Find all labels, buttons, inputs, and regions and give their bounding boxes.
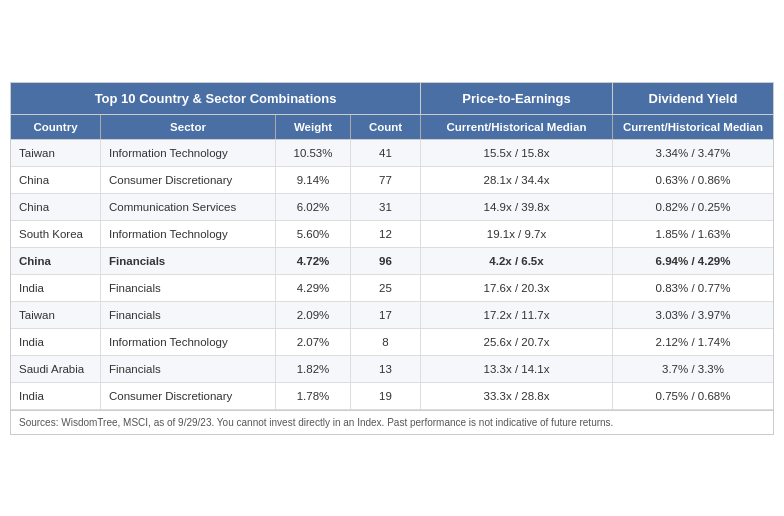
cell-count: 41: [351, 140, 421, 166]
cell-pe: 15.5x / 15.8x: [421, 140, 613, 166]
cell-pe: 19.1x / 9.7x: [421, 221, 613, 247]
cell-dy: 3.34% / 3.47%: [613, 140, 773, 166]
pe-header: Price-to-Earnings: [421, 83, 613, 114]
cell-country: Taiwan: [11, 140, 101, 166]
cell-count: 77: [351, 167, 421, 193]
country-col-header: Country: [11, 115, 101, 139]
cell-dy: 0.82% / 0.25%: [613, 194, 773, 220]
cell-count: 13: [351, 356, 421, 382]
cell-sector: Financials: [101, 302, 276, 328]
table-body: Taiwan Information Technology 10.53% 41 …: [11, 140, 773, 410]
cell-pe: 13.3x / 14.1x: [421, 356, 613, 382]
cell-count: 31: [351, 194, 421, 220]
table-row: China Financials 4.72% 96 4.2x / 6.5x 6.…: [11, 248, 773, 275]
cell-pe: 28.1x / 34.4x: [421, 167, 613, 193]
cell-pe: 14.9x / 39.8x: [421, 194, 613, 220]
cell-pe: 17.6x / 20.3x: [421, 275, 613, 301]
table-row: Saudi Arabia Financials 1.82% 13 13.3x /…: [11, 356, 773, 383]
cell-dy: 1.85% / 1.63%: [613, 221, 773, 247]
cell-count: 19: [351, 383, 421, 409]
table-row: China Consumer Discretionary 9.14% 77 28…: [11, 167, 773, 194]
cell-country: Taiwan: [11, 302, 101, 328]
cell-sector: Financials: [101, 275, 276, 301]
cell-sector: Financials: [101, 248, 276, 274]
cell-country: India: [11, 329, 101, 355]
cell-weight: 1.78%: [276, 383, 351, 409]
cell-sector: Information Technology: [101, 329, 276, 355]
main-header-row: Top 10 Country & Sector Combinations Pri…: [11, 83, 773, 115]
table-row: India Financials 4.29% 25 17.6x / 20.3x …: [11, 275, 773, 302]
cell-dy: 0.83% / 0.77%: [613, 275, 773, 301]
cell-country: South Korea: [11, 221, 101, 247]
table-row: South Korea Information Technology 5.60%…: [11, 221, 773, 248]
cell-country: Saudi Arabia: [11, 356, 101, 382]
dy-sub-header: Current/Historical Median: [613, 115, 773, 139]
table-footer: Sources: WisdomTree, MSCI, as of 9/29/23…: [11, 410, 773, 434]
cell-sector: Financials: [101, 356, 276, 382]
cell-weight: 9.14%: [276, 167, 351, 193]
cell-dy: 0.75% / 0.68%: [613, 383, 773, 409]
sector-col-header: Sector: [101, 115, 276, 139]
cell-weight: 10.53%: [276, 140, 351, 166]
cell-country: China: [11, 248, 101, 274]
cell-pe: 4.2x / 6.5x: [421, 248, 613, 274]
table-row: India Information Technology 2.07% 8 25.…: [11, 329, 773, 356]
cell-weight: 1.82%: [276, 356, 351, 382]
col-header-row: Country Sector Weight Count Current/Hist…: [11, 115, 773, 140]
dy-header: Dividend Yield: [613, 83, 773, 114]
title-cell: Top 10 Country & Sector Combinations: [11, 83, 421, 114]
cell-sector: Consumer Discretionary: [101, 167, 276, 193]
cell-weight: 5.60%: [276, 221, 351, 247]
cell-count: 96: [351, 248, 421, 274]
cell-pe: 25.6x / 20.7x: [421, 329, 613, 355]
main-table: Top 10 Country & Sector Combinations Pri…: [10, 82, 774, 435]
cell-country: India: [11, 383, 101, 409]
weight-col-header: Weight: [276, 115, 351, 139]
table-row: China Communication Services 6.02% 31 14…: [11, 194, 773, 221]
cell-count: 12: [351, 221, 421, 247]
cell-weight: 6.02%: [276, 194, 351, 220]
cell-sector: Information Technology: [101, 140, 276, 166]
cell-dy: 6.94% / 4.29%: [613, 248, 773, 274]
cell-weight: 2.07%: [276, 329, 351, 355]
cell-sector: Information Technology: [101, 221, 276, 247]
cell-country: China: [11, 194, 101, 220]
cell-dy: 2.12% / 1.74%: [613, 329, 773, 355]
table-row: Taiwan Information Technology 10.53% 41 …: [11, 140, 773, 167]
cell-sector: Consumer Discretionary: [101, 383, 276, 409]
pe-sub-header: Current/Historical Median: [421, 115, 613, 139]
cell-country: India: [11, 275, 101, 301]
cell-count: 17: [351, 302, 421, 328]
cell-weight: 4.29%: [276, 275, 351, 301]
cell-pe: 17.2x / 11.7x: [421, 302, 613, 328]
cell-count: 25: [351, 275, 421, 301]
cell-count: 8: [351, 329, 421, 355]
cell-dy: 3.7% / 3.3%: [613, 356, 773, 382]
table-row: Taiwan Financials 2.09% 17 17.2x / 11.7x…: [11, 302, 773, 329]
cell-weight: 2.09%: [276, 302, 351, 328]
count-col-header: Count: [351, 115, 421, 139]
table-row: India Consumer Discretionary 1.78% 19 33…: [11, 383, 773, 410]
cell-country: China: [11, 167, 101, 193]
cell-pe: 33.3x / 28.8x: [421, 383, 613, 409]
cell-sector: Communication Services: [101, 194, 276, 220]
cell-dy: 3.03% / 3.97%: [613, 302, 773, 328]
cell-weight: 4.72%: [276, 248, 351, 274]
cell-dy: 0.63% / 0.86%: [613, 167, 773, 193]
